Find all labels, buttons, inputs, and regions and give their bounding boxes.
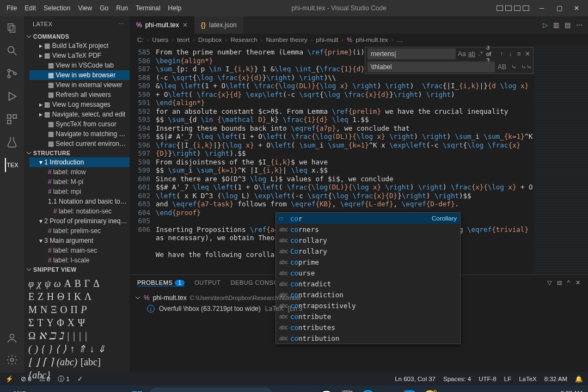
menu-view[interactable]: View xyxy=(78,4,92,12)
layout-toggle-icon[interactable] xyxy=(523,5,529,11)
breadcrumb[interactable]: C:› Users› teort› Dropbox› Research› Num… xyxy=(130,34,588,46)
menu-edit[interactable]: Edit xyxy=(24,4,36,12)
maximize-panel-icon[interactable]: ^ xyxy=(567,279,570,286)
structure-item[interactable]: #label: notation-sec xyxy=(29,206,130,216)
settings-gear-icon[interactable] xyxy=(5,353,19,367)
suggest-item[interactable]: abccorollary xyxy=(276,235,460,246)
panel-tab-output[interactable]: OUTPUT xyxy=(194,279,220,286)
structure-item[interactable]: ▾ 3 Main argument xyxy=(29,236,130,246)
onenote-taskbar-icon[interactable]: 📓 xyxy=(338,388,356,392)
taskbar-clock[interactable]: 8:32 AM 9/3/2023 xyxy=(559,390,583,392)
start-button[interactable] xyxy=(128,388,146,392)
regex-toggle-icon[interactable]: .* xyxy=(477,50,484,58)
structure-item[interactable]: ▾ 1 Introduction xyxy=(29,157,130,167)
prev-match-icon[interactable]: ↑ xyxy=(498,50,505,58)
problems-file-row[interactable]: % phi-mult.tex C:\Users\teort\Dropbox\Re… xyxy=(135,292,583,303)
layout-toggle-icon[interactable] xyxy=(514,5,520,11)
problem-item[interactable]: i Overfull \hbox (63.7219pt too wide) La… xyxy=(135,303,583,314)
language-mode[interactable]: LaTeX xyxy=(519,376,537,382)
layout-toggle-icon[interactable] xyxy=(497,5,503,11)
split-editor-icon[interactable]: ▥ xyxy=(553,21,559,29)
structure-item[interactable]: #label: l-scale xyxy=(29,255,130,265)
suggest-item[interactable]: □corCorollary xyxy=(276,213,460,224)
extensions-icon[interactable] xyxy=(5,112,19,126)
selection-icon[interactable]: ≡ xyxy=(516,50,522,58)
find-input[interactable] xyxy=(367,48,456,59)
layout-toggle-icon[interactable] xyxy=(505,5,512,11)
close-tab-icon[interactable]: ✕ xyxy=(182,21,188,29)
sidebar-command[interactable]: ▦ SyncTeX from cursor xyxy=(29,119,130,129)
sidebar-command[interactable]: ▸ ▦ Build LaTeX project xyxy=(29,41,130,51)
encoding[interactable]: UTF-8 xyxy=(479,376,497,382)
menu-go[interactable]: Go xyxy=(100,4,108,12)
structure-item[interactable]: #label: main-sec xyxy=(29,246,130,255)
tab-latex-json[interactable]: {} latex.json xyxy=(194,16,243,34)
split-editor-icon[interactable]: ▤ xyxy=(565,21,571,29)
structure-section-header[interactable]: STRUCTURE xyxy=(24,149,130,157)
snippet-section-header[interactable]: SNIPPET VIEW xyxy=(24,265,130,274)
latex-icon[interactable]: TEX xyxy=(5,158,19,172)
preserve-case-icon[interactable]: AB xyxy=(497,63,507,71)
more-actions-icon[interactable]: ⋯ xyxy=(576,21,583,29)
sidebar-command[interactable]: ▦ View in web browser xyxy=(29,70,130,80)
minimize-button[interactable]: ─ xyxy=(534,1,550,16)
warnings-count[interactable]: ⚠ 0 xyxy=(39,375,51,383)
indentation[interactable]: Spaces: 4 xyxy=(443,376,471,382)
next-match-icon[interactable]: ↓ xyxy=(507,50,513,58)
sidebar-command[interactable]: ▸ ▦ Navigate, select, and edit xyxy=(29,109,130,119)
explorer-icon[interactable] xyxy=(5,21,19,35)
suggest-item[interactable]: abcCorollary xyxy=(276,246,460,256)
run-icon[interactable]: ▷ xyxy=(543,21,548,29)
structure-item[interactable]: 1.1 Notation and basic tools xyxy=(29,197,130,206)
structure-item[interactable]: ▾ 2 Proof of preliminary inequality xyxy=(29,216,130,226)
build-status-icon[interactable]: ✓ xyxy=(77,375,83,383)
word-taskbar-icon[interactable]: 📘 xyxy=(400,388,418,392)
testing-icon[interactable] xyxy=(5,135,19,149)
suggest-item[interactable]: abccontradict xyxy=(276,278,460,289)
chrome-taskbar-icon[interactable]: 🌐 xyxy=(358,388,377,392)
vscode-taskbar-icon[interactable]: ⌨ xyxy=(441,388,460,392)
cursor-position[interactable]: Ln 603, Col 37 xyxy=(395,376,436,382)
menu-selection[interactable]: Selection xyxy=(44,4,70,12)
commands-section-header[interactable]: COMMANDS xyxy=(24,32,130,41)
sidebar-command[interactable]: ▸ ▦ View LaTeX PDF xyxy=(29,51,130,60)
accounts-icon[interactable] xyxy=(5,331,19,345)
sidebar-command[interactable]: ▸ ▦ View Log messages xyxy=(29,100,130,109)
structure-item[interactable]: #label: M-pi xyxy=(29,177,130,187)
panel-tab-problems[interactable]: PROBLEMS1 xyxy=(137,279,185,286)
edge-taskbar-icon[interactable]: 🧭 xyxy=(420,388,439,392)
collapse-icon[interactable]: ⊟ xyxy=(557,279,562,286)
menu-file[interactable]: File xyxy=(7,4,17,12)
eol[interactable]: LF xyxy=(504,376,511,382)
replace-one-icon[interactable]: ⤷ xyxy=(509,63,519,71)
whole-word-icon[interactable]: ab xyxy=(468,50,475,58)
maximize-button[interactable]: ▢ xyxy=(551,1,567,16)
minimap[interactable] xyxy=(534,46,588,274)
close-panel-icon[interactable]: ✕ xyxy=(575,279,580,286)
close-button[interactable]: ✕ xyxy=(568,1,585,16)
close-find-icon[interactable]: ✕ xyxy=(524,50,531,58)
task-view-icon[interactable]: ⊞ xyxy=(275,388,294,392)
replace-all-icon[interactable]: ⤷⤷ xyxy=(521,63,531,71)
sidebar-command[interactable]: ▦ Select current environment conte… xyxy=(29,139,130,149)
sidebar-command[interactable]: ▦ Navigate to matching begin/end xyxy=(29,129,130,139)
structure-item[interactable]: #label: mpi xyxy=(29,187,130,197)
teams-taskbar-icon[interactable]: 💬 xyxy=(317,388,335,392)
remote-indicator[interactable]: ⚡ xyxy=(5,375,13,383)
source-control-icon[interactable] xyxy=(5,66,19,81)
tab-phi-mult[interactable]: % phi-mult.tex ✕ xyxy=(130,16,194,34)
notifications-icon[interactable]: 🔔 xyxy=(575,375,583,383)
structure-item[interactable]: #label: mlow xyxy=(29,167,130,177)
discord-taskbar-icon[interactable]: 🎮 xyxy=(379,388,397,392)
menu-run[interactable]: Run xyxy=(116,4,128,12)
explorer-taskbar-icon[interactable]: 📁 xyxy=(296,388,315,392)
search-icon[interactable] xyxy=(5,44,19,58)
menu-help[interactable]: Help xyxy=(168,4,182,12)
sidebar-command[interactable]: ▦ View in VSCode tab xyxy=(29,60,130,70)
taskbar-search[interactable]: 🔍 🏁 xyxy=(148,388,273,392)
replace-input[interactable] xyxy=(367,62,495,72)
sidebar-command[interactable]: ▦ Refresh all viewers xyxy=(29,90,130,100)
info-count[interactable]: ⓘ 1 xyxy=(58,375,70,383)
menu-terminal[interactable]: Terminal xyxy=(136,4,160,12)
structure-item[interactable]: #label: prelim-sec xyxy=(29,226,130,236)
